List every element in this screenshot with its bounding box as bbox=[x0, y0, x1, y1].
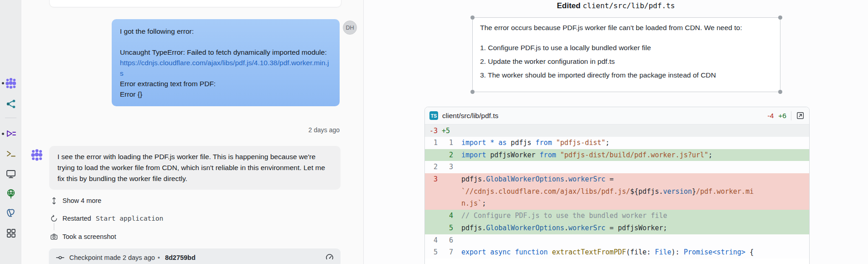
new-line-number: 4 bbox=[440, 210, 453, 222]
lines-removed-count: -4 bbox=[768, 112, 774, 120]
previous-message-card bbox=[49, 0, 341, 7]
explanation-intro: The error occurs because PDF.js worker f… bbox=[480, 24, 773, 32]
old-line-number: 3 bbox=[425, 173, 438, 186]
diff-row: 2import pdfjsWorker from "pdfjs-dist/bui… bbox=[425, 149, 809, 161]
workflow-name: Start application bbox=[96, 215, 163, 222]
assistant-message-bubble: I see the error with loading the PDF.js … bbox=[49, 146, 341, 190]
diff-header: TS client/src/lib/pdf.ts -4 +6 bbox=[425, 107, 809, 124]
new-line-number: 5 bbox=[440, 222, 453, 234]
rail-item-workflows-icon[interactable] bbox=[5, 128, 17, 140]
diff-hunk-header: -3 +5 bbox=[425, 124, 809, 137]
action-show-4-more[interactable]: Show 4 more bbox=[50, 196, 101, 205]
selection-handle[interactable] bbox=[470, 16, 475, 20]
rail-item-apps-grid-icon[interactable] bbox=[5, 227, 17, 239]
rail-item-publish-globe-icon[interactable] bbox=[5, 187, 17, 200]
new-line-number: 1 bbox=[440, 137, 453, 149]
code-line: // Configure PDF.js to use the bundled w… bbox=[453, 210, 667, 222]
code-line: pdfjs.GlobalWorkerOptions.workerSrc = bbox=[453, 173, 614, 186]
rail-divider bbox=[5, 118, 16, 118]
notification-dot bbox=[2, 133, 4, 135]
agent-avatar-icon bbox=[31, 149, 43, 161]
user-message-line: Error {} bbox=[120, 89, 331, 99]
checkpoint-hash: 8d2759bd bbox=[165, 254, 196, 261]
explanation-list-item: 1. Configure PDF.js to use a locally bun… bbox=[480, 44, 773, 52]
old-line-number: 4 bbox=[425, 234, 438, 247]
explanation-box: The error occurs because PDF.js worker f… bbox=[472, 17, 780, 92]
diff-row: 23 bbox=[425, 161, 809, 173]
rail-item-agent-icon[interactable] bbox=[5, 77, 17, 89]
selection-handle[interactable] bbox=[778, 16, 782, 20]
action-label: Took a screenshot bbox=[62, 233, 116, 240]
old-line-number bbox=[425, 222, 438, 234]
user-message-bubble: I got the following error:Uncaught TypeE… bbox=[112, 19, 340, 106]
diff-row: n.js`; bbox=[425, 197, 809, 210]
edited-label: Edited bbox=[557, 1, 581, 10]
refresh-icon bbox=[50, 215, 58, 223]
old-line-number bbox=[425, 210, 438, 222]
user-avatar: DH bbox=[343, 21, 357, 35]
diff-code: 11import * as pdfjs from "pdfjs-dist";2i… bbox=[425, 137, 809, 259]
lines-added-count: +6 bbox=[778, 112, 786, 120]
code-line: `//cdnjs.cloudflare.com/ajax/libs/pdf.js… bbox=[453, 186, 754, 198]
code-line bbox=[453, 234, 461, 247]
new-line-number: 2 bbox=[440, 149, 453, 161]
rollback-icon[interactable] bbox=[325, 253, 334, 262]
diff-card: TS client/src/lib/pdf.ts -4 +6 -3 +5 11i… bbox=[424, 107, 810, 264]
diff-row: 5pdfjs.GlobalWorkerOptions.workerSrc = p… bbox=[425, 222, 809, 234]
message-timestamp: 2 days ago bbox=[203, 126, 340, 134]
code-line: import pdfjsWorker from "pdfjs-dist/buil… bbox=[453, 149, 713, 161]
explanation-list-item: 3. The worker should be imported directl… bbox=[480, 71, 773, 79]
hunk-added: +5 bbox=[442, 127, 450, 135]
diff-row: `//cdnjs.cloudflare.com/ajax/libs/pdf.js… bbox=[425, 186, 809, 198]
rail-item-git-fork-icon[interactable] bbox=[5, 98, 17, 110]
rail-item-postgres-icon[interactable] bbox=[5, 207, 17, 219]
user-message-line: Error extracting text from PDF: bbox=[120, 78, 331, 89]
new-line-number: 3 bbox=[440, 161, 453, 173]
code-line: export async function extractTextFromPDF… bbox=[453, 246, 754, 259]
open-file-icon[interactable] bbox=[796, 111, 805, 120]
code-line: import * as pdfjs from "pdfjs-dist"; bbox=[453, 137, 610, 149]
old-line-number: 5 bbox=[425, 246, 438, 259]
new-line-number: 6 bbox=[440, 234, 453, 247]
error-module-link[interactable]: https://cdnjs.cloudflare.com/ajax/libs/p… bbox=[120, 59, 329, 77]
rail-item-shell-icon[interactable] bbox=[5, 147, 17, 160]
new-line-number: 7 bbox=[440, 246, 453, 259]
commit-icon bbox=[55, 254, 65, 262]
selection-handle[interactable] bbox=[470, 90, 475, 94]
checkpoint-label: Checkpoint made 2 days ago • bbox=[69, 254, 160, 261]
old-line-number bbox=[425, 149, 438, 161]
expand-icon bbox=[50, 197, 58, 205]
edited-file-panel: Edited client/src/lib/pdf.ts The error o… bbox=[364, 0, 868, 264]
action-connector-line bbox=[54, 223, 54, 230]
diff-row: 3pdfjs.GlobalWorkerOptions.workerSrc = bbox=[425, 173, 809, 186]
new-line-number bbox=[440, 197, 453, 210]
diff-stats: -4 +6 bbox=[768, 111, 805, 120]
action-label: Restarted bbox=[62, 215, 91, 222]
diff-filename: client/src/lib/pdf.ts bbox=[442, 112, 498, 120]
selection-handle[interactable] bbox=[778, 90, 782, 94]
old-line-number: 1 bbox=[425, 137, 438, 149]
user-message-line: Uncaught TypeError: Failed to fetch dyna… bbox=[120, 47, 331, 57]
notification-dot bbox=[2, 82, 4, 84]
action-label: Show 4 more bbox=[62, 197, 101, 204]
edited-file-title: Edited client/src/lib/pdf.ts bbox=[364, 1, 868, 10]
user-message-line bbox=[120, 36, 331, 47]
explanation-list-item: 2. Update the worker configuration in pd… bbox=[480, 57, 773, 66]
diff-row: 57export async function extractTextFromP… bbox=[425, 246, 809, 259]
code-line bbox=[453, 161, 461, 173]
action-took-a-screenshot[interactable]: Took a screenshot bbox=[50, 232, 116, 241]
checkpoint-bar[interactable]: Checkpoint made 2 days ago • 8d2759bd bbox=[49, 248, 341, 264]
diff-row: 46 bbox=[425, 234, 809, 247]
new-line-number bbox=[440, 186, 453, 198]
diff-row: 11import * as pdfjs from "pdfjs-dist"; bbox=[425, 137, 809, 149]
rail-item-desktop-icon[interactable] bbox=[5, 167, 17, 180]
camera-icon bbox=[50, 233, 58, 241]
agent-chat-panel: I got the following error:Uncaught TypeE… bbox=[21, 0, 363, 264]
new-line-number bbox=[440, 173, 453, 186]
hunk-removed: -3 bbox=[429, 127, 438, 135]
code-line: pdfjs.GlobalWorkerOptions.workerSrc = pd… bbox=[453, 222, 667, 234]
typescript-file-icon: TS bbox=[429, 111, 438, 120]
code-line: n.js`; bbox=[453, 197, 486, 210]
old-line-number bbox=[425, 197, 438, 210]
action-restarted[interactable]: RestartedStart application bbox=[50, 214, 163, 223]
